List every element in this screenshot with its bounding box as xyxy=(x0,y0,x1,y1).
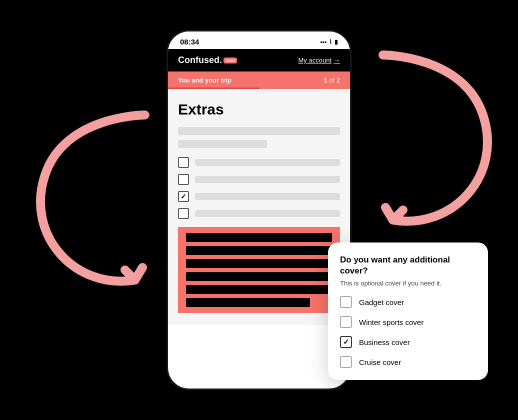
arrow-right-icon xyxy=(373,40,513,240)
progress-label: You and your trip xyxy=(178,76,232,84)
popup-option-label-gadget: Gadget cover xyxy=(359,298,404,306)
progress-bar: You and your trip 1 of 2 xyxy=(168,72,350,89)
popup-subtitle: This is optional cover if you need it. xyxy=(340,280,476,287)
extras-title: Extras xyxy=(178,101,340,118)
red-row-2 xyxy=(186,246,332,255)
red-row-3 xyxy=(186,259,332,268)
popup-check-icon-business: ✓ xyxy=(343,338,350,346)
logo: Confused.com xyxy=(178,55,237,66)
signal-icon: ▪▪▪ xyxy=(320,38,326,46)
popup-option-label-cruise: Cruise cover xyxy=(359,358,401,366)
status-time: 08:34 xyxy=(180,38,199,46)
skeleton-row-1 xyxy=(178,127,340,135)
red-row-6 xyxy=(186,298,310,307)
popup-checkbox-cruise[interactable] xyxy=(340,356,352,368)
logo-text: Confused. xyxy=(178,55,222,66)
checkbox-label-1 xyxy=(195,159,340,166)
scene: 08:34 ▪▪▪ ⌇ ▮ Confused.com My account → … xyxy=(0,0,518,420)
red-row-4 xyxy=(186,272,332,281)
popup-option-business: ✓ Business cover xyxy=(340,336,476,348)
my-account-link[interactable]: My account → xyxy=(298,56,340,64)
red-row-5 xyxy=(186,285,332,294)
status-bar: 08:34 ▪▪▪ ⌇ ▮ xyxy=(168,32,350,49)
checkbox-4[interactable] xyxy=(178,208,189,219)
checkbox-row-3: ✓ xyxy=(178,191,340,202)
battery-icon: ▮ xyxy=(334,38,338,46)
popup-title: Do you want any additional cover? xyxy=(340,254,476,276)
checkbox-label-3 xyxy=(195,193,340,200)
checkbox-row-1 xyxy=(178,157,340,168)
arrow-left-icon xyxy=(15,100,155,300)
checkbox-1[interactable] xyxy=(178,157,189,168)
nav-bar: Confused.com My account → xyxy=(168,49,350,72)
progress-count: 1 of 2 xyxy=(324,76,340,84)
phone-content: Extras ✓ xyxy=(168,89,350,325)
wifi-icon: ⌇ xyxy=(329,38,332,46)
popup-option-winter: Winter sports cover xyxy=(340,316,476,328)
checkbox-2[interactable] xyxy=(178,174,189,185)
phone-bottom-section xyxy=(178,227,340,313)
checkbox-3[interactable]: ✓ xyxy=(178,191,189,202)
my-account-arrow: → xyxy=(334,56,340,64)
checkbox-label-4 xyxy=(195,210,340,217)
status-icons: ▪▪▪ ⌇ ▮ xyxy=(320,38,338,46)
phone-mockup: 08:34 ▪▪▪ ⌇ ▮ Confused.com My account → … xyxy=(166,30,352,390)
check-icon-3: ✓ xyxy=(180,192,186,200)
checkbox-label-2 xyxy=(195,176,340,183)
red-row-1 xyxy=(186,233,332,242)
checkbox-row-4 xyxy=(178,208,340,219)
my-account-label: My account xyxy=(298,56,332,64)
popup-option-gadget: Gadget cover xyxy=(340,296,476,308)
popup-card: Do you want any additional cover? This i… xyxy=(328,242,488,380)
popup-option-label-business: Business cover xyxy=(359,338,410,346)
popup-checkbox-gadget[interactable] xyxy=(340,296,352,308)
progress-line xyxy=(168,88,259,89)
skeleton-row-2 xyxy=(178,140,267,148)
popup-checkbox-business[interactable]: ✓ xyxy=(340,336,352,348)
logo-badge: com xyxy=(224,58,237,64)
popup-option-cruise: Cruise cover xyxy=(340,356,476,368)
checkbox-row-2 xyxy=(178,174,340,185)
popup-checkbox-winter[interactable] xyxy=(340,316,352,328)
popup-option-label-winter: Winter sports cover xyxy=(359,318,424,326)
